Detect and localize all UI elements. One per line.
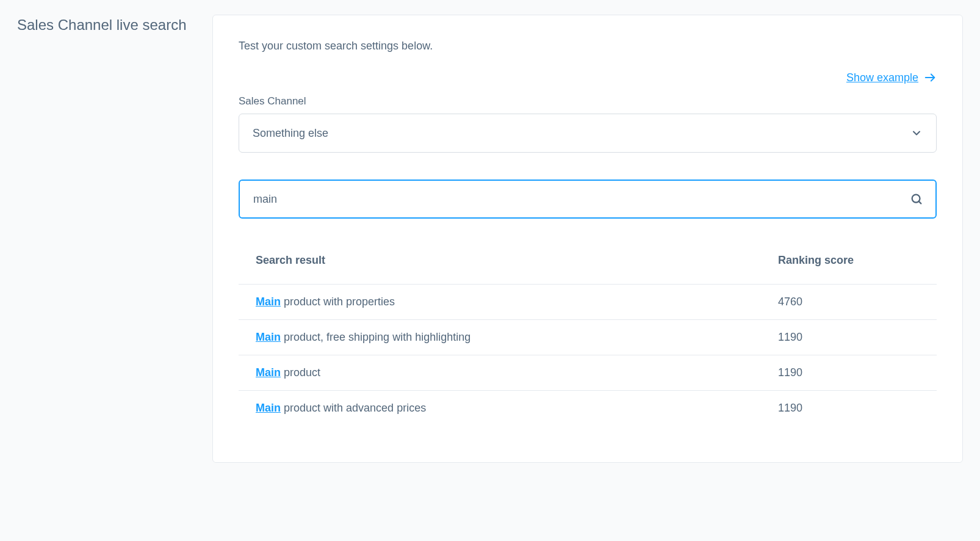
result-cell: Main product xyxy=(239,355,778,391)
sales-channel-value: Something else xyxy=(253,127,328,140)
result-rest: product, free shipping with highlighting xyxy=(281,331,470,343)
result-highlight-link[interactable]: Main xyxy=(256,296,281,308)
result-highlight-link[interactable]: Main xyxy=(256,331,281,343)
column-header-result: Search result xyxy=(239,254,778,285)
page-title: Sales Channel live search xyxy=(17,15,194,35)
svg-line-2 xyxy=(919,202,921,204)
chevron-down-icon xyxy=(910,127,923,139)
score-cell: 1190 xyxy=(778,391,937,426)
intro-text: Test your custom search settings below. xyxy=(239,40,937,53)
sales-channel-select[interactable]: Something else xyxy=(239,114,937,153)
show-example-label: Show example xyxy=(846,71,918,84)
table-row: Main product with advanced prices1190 xyxy=(239,391,937,426)
search-input[interactable] xyxy=(239,180,937,219)
sales-channel-label: Sales Channel xyxy=(239,95,937,107)
result-cell: Main product with advanced prices xyxy=(239,391,778,426)
score-cell: 4760 xyxy=(778,285,937,320)
live-search-card: Test your custom search settings below. … xyxy=(212,15,963,463)
column-header-score: Ranking score xyxy=(778,254,937,285)
score-cell: 1190 xyxy=(778,320,937,355)
search-button[interactable] xyxy=(907,190,926,208)
result-cell: Main product with properties xyxy=(239,285,778,320)
result-highlight-link[interactable]: Main xyxy=(256,402,281,414)
result-rest: product with advanced prices xyxy=(281,402,426,414)
table-row: Main product1190 xyxy=(239,355,937,391)
table-row: Main product with properties4760 xyxy=(239,285,937,320)
result-rest: product xyxy=(281,366,320,379)
search-icon xyxy=(910,192,923,206)
arrow-right-icon xyxy=(923,71,937,84)
result-highlight-link[interactable]: Main xyxy=(256,366,281,379)
result-rest: product with properties xyxy=(281,296,395,308)
score-cell: 1190 xyxy=(778,355,937,391)
table-row: Main product, free shipping with highlig… xyxy=(239,320,937,355)
result-cell: Main product, free shipping with highlig… xyxy=(239,320,778,355)
show-example-link[interactable]: Show example xyxy=(846,71,937,84)
results-table: Search result Ranking score Main product… xyxy=(239,254,937,426)
